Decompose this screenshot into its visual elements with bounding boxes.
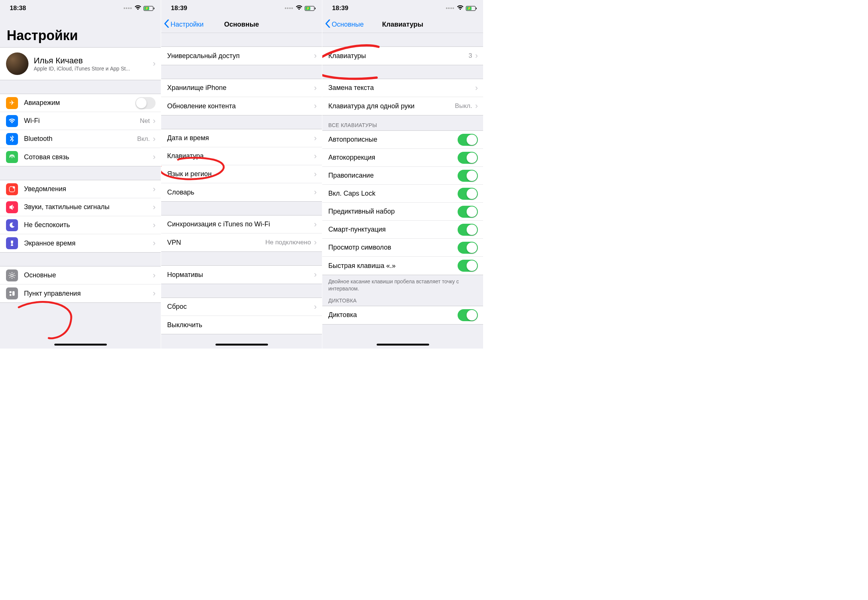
row-wifi[interactable]: Wi-Fi Net › — [0, 112, 161, 130]
row-vpn[interactable]: VPN Не подключено › — [161, 233, 322, 252]
chevron-right-icon: › — [314, 302, 317, 312]
nav-title: Основные — [224, 21, 259, 29]
profile-name: Илья Кичаев — [34, 56, 153, 65]
row-regulatory[interactable]: Нормативы › — [161, 266, 322, 284]
cellular-dots-icon: •••• — [285, 5, 294, 11]
screentime-icon — [6, 237, 18, 249]
row-datetime[interactable]: Дата и время › — [161, 129, 322, 147]
cellular-icon — [6, 151, 18, 163]
chevron-right-icon: › — [153, 59, 156, 68]
svg-point-13 — [9, 294, 11, 296]
row-quick-period[interactable]: Быстрая клавиша «.» — [322, 257, 483, 275]
autocap-toggle[interactable] — [457, 134, 478, 146]
shortcut-toggle[interactable] — [457, 260, 478, 272]
capslock-toggle[interactable] — [457, 188, 478, 200]
row-preview[interactable]: Просмотр символов — [322, 239, 483, 257]
screen-settings: 18:38 •••• ⚡ Настройки Илья Кичаев Apple… — [0, 0, 161, 348]
home-indicator — [55, 344, 107, 345]
status-time: 18:39 — [171, 5, 187, 12]
status-bar: 18:38 •••• ⚡ — [0, 0, 161, 17]
smart-punct-toggle[interactable] — [457, 224, 478, 236]
spelling-toggle[interactable] — [457, 170, 478, 182]
row-reset[interactable]: Сброс › — [161, 298, 322, 316]
row-one-handed-keyboard[interactable]: Клавиатура для одной руки Выкл. › — [322, 97, 483, 115]
wifi-icon — [296, 5, 303, 12]
gear-icon — [6, 270, 18, 282]
row-spelling[interactable]: Правописание — [322, 167, 483, 185]
nav-title: Клавиатуры — [382, 21, 424, 29]
cellular-dots-icon: •••• — [123, 5, 132, 11]
status-time: 18:38 — [10, 5, 26, 12]
row-notifications[interactable]: Уведомления › — [0, 180, 161, 198]
chevron-right-icon: › — [475, 101, 478, 111]
home-indicator — [215, 344, 268, 345]
chevron-right-icon: › — [153, 184, 156, 194]
svg-line-7 — [10, 273, 11, 274]
home-indicator — [377, 344, 429, 345]
row-smart-punct[interactable]: Смарт-пунктуация — [322, 221, 483, 239]
chevron-right-icon: › — [153, 238, 156, 248]
profile-sub: Apple ID, iCloud, iTunes Store и App St.… — [34, 65, 153, 71]
row-storage[interactable]: Хранилище iPhone › — [161, 79, 322, 97]
dictation-toggle[interactable] — [457, 309, 478, 321]
row-keyboards[interactable]: Клавиатуры 3 › — [322, 47, 483, 65]
wifi-settings-icon — [6, 115, 18, 127]
wifi-icon — [135, 5, 141, 12]
preview-toggle[interactable] — [457, 242, 478, 254]
screen-general: 18:39 •••• ⚡ Настройки Основные Универса… — [161, 0, 322, 348]
predictive-toggle[interactable] — [457, 206, 478, 218]
chevron-right-icon: › — [314, 187, 317, 197]
chevron-right-icon: › — [314, 51, 317, 61]
back-button[interactable]: Настройки — [164, 20, 203, 30]
row-text-replacement[interactable]: Замена текста › — [322, 79, 483, 97]
avatar — [6, 53, 29, 75]
annotation-circle — [11, 300, 75, 341]
svg-line-9 — [10, 277, 11, 278]
row-screentime[interactable]: Экранное время › — [0, 234, 161, 252]
row-cellular[interactable]: Сотовая связь › — [0, 148, 161, 166]
row-capslock[interactable]: Вкл. Caps Lock — [322, 185, 483, 203]
section-header-all-keyboards: ВСЕ КЛАВИАТУРЫ — [322, 115, 483, 130]
row-language[interactable]: Язык и регион › — [161, 165, 322, 183]
row-bluetooth[interactable]: Bluetooth Вкл. › — [0, 130, 161, 148]
page-title: Настройки — [0, 17, 161, 47]
row-itunes-wifi-sync[interactable]: Синхронизация с iTunes по Wi-Fi › — [161, 215, 322, 233]
svg-rect-12 — [12, 291, 15, 296]
nav-bar: Основные Клавиатуры — [322, 17, 483, 33]
footer-note: Двойное касание клавиши пробела вставляе… — [322, 275, 483, 294]
profile-row[interactable]: Илья Кичаев Apple ID, iCloud, iTunes Sto… — [0, 47, 161, 80]
row-background-refresh[interactable]: Обновление контента › — [161, 97, 322, 115]
row-predictive[interactable]: Предиктивный набор — [322, 203, 483, 221]
row-airplane[interactable]: ✈︎ Авиарежим — [0, 94, 161, 112]
row-dnd[interactable]: Не беспокоить › — [0, 216, 161, 234]
chevron-right-icon: › — [314, 152, 317, 161]
row-sounds[interactable]: Звуки, тактильные сигналы › — [0, 198, 161, 216]
autocorrect-toggle[interactable] — [457, 152, 478, 164]
airplane-toggle[interactable] — [135, 97, 156, 109]
battery-icon: ⚡ — [305, 6, 314, 11]
chevron-right-icon: › — [314, 101, 317, 111]
svg-line-10 — [14, 273, 14, 274]
chevron-left-icon — [325, 20, 330, 30]
back-button[interactable]: Основные — [325, 20, 364, 30]
airplane-icon: ✈︎ — [6, 97, 18, 109]
row-autocorrect[interactable]: Автокоррекция — [322, 149, 483, 167]
status-bar: 18:39 •••• ⚡ — [161, 0, 322, 17]
wifi-icon — [457, 5, 464, 12]
chevron-right-icon: › — [153, 289, 156, 298]
chevron-right-icon: › — [314, 270, 317, 280]
chevron-right-icon: › — [153, 116, 156, 126]
row-keyboard[interactable]: Клавиатура › — [161, 147, 322, 165]
row-control-center[interactable]: Пункт управления › — [0, 285, 161, 302]
status-bar: 18:39 •••• ⚡ — [322, 0, 483, 17]
row-autocap[interactable]: Автопрописные — [322, 131, 483, 149]
bluetooth-icon — [6, 133, 18, 145]
nav-bar: Настройки Основные — [161, 17, 322, 33]
chevron-right-icon: › — [314, 238, 317, 247]
row-dictation[interactable]: Диктовка — [322, 306, 483, 324]
row-accessibility[interactable]: Универсальный доступ › — [161, 47, 322, 65]
row-shutdown[interactable]: Выключить — [161, 316, 322, 334]
back-label: Настройки — [171, 21, 203, 29]
row-general[interactable]: Основные › — [0, 267, 161, 285]
row-dictionary[interactable]: Словарь › — [161, 183, 322, 201]
